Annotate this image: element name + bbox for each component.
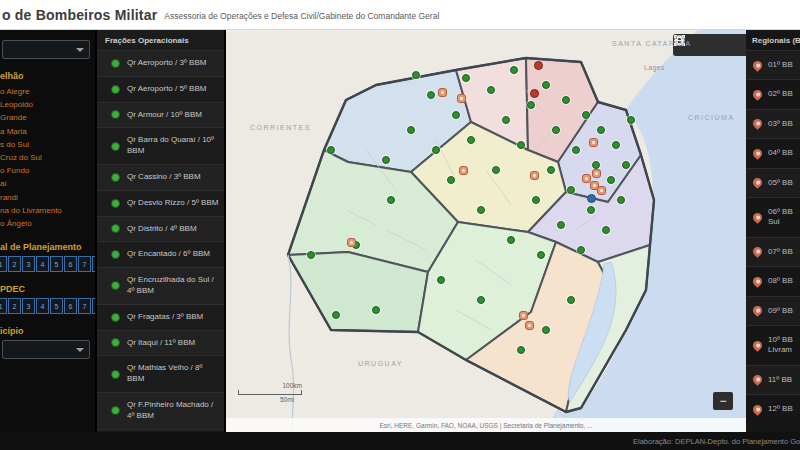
station-marker[interactable] bbox=[537, 251, 545, 259]
station-marker[interactable] bbox=[547, 166, 555, 174]
regional-list-item[interactable]: 09º BB bbox=[746, 296, 800, 325]
sidebar-item-battalion[interactable]: o Alegre bbox=[0, 85, 95, 98]
alert-pin-marker[interactable] bbox=[347, 238, 356, 247]
station-marker[interactable] bbox=[372, 306, 380, 314]
station-marker[interactable] bbox=[627, 116, 635, 124]
legend-icon[interactable] bbox=[702, 38, 716, 52]
station-marker[interactable] bbox=[387, 196, 395, 204]
regional-list-item[interactable]: 10º BB Livram bbox=[746, 325, 800, 365]
station-marker[interactable] bbox=[437, 276, 445, 284]
fracao-list-item[interactable]: Qr Itaqui / 11º BBM bbox=[97, 330, 224, 356]
regional-list-item[interactable]: 05º BB bbox=[746, 168, 800, 197]
station-marker[interactable] bbox=[432, 146, 440, 154]
fracao-list-item[interactable]: Qr Desvio Rizzo / 5º BBM bbox=[97, 190, 224, 216]
crpdec-button[interactable]: 8 bbox=[92, 298, 95, 314]
crpdec-button[interactable]: 4 bbox=[36, 298, 49, 314]
crpdec-button[interactable]: 7 bbox=[78, 298, 91, 314]
sidebar-item-battalion[interactable]: randi bbox=[0, 191, 95, 204]
station-marker[interactable] bbox=[582, 111, 590, 119]
sidebar-item-battalion[interactable]: a Maria bbox=[0, 125, 95, 138]
station-marker[interactable] bbox=[487, 86, 495, 94]
regional-list-item[interactable]: 01º BB bbox=[746, 50, 800, 79]
station-marker[interactable] bbox=[477, 296, 485, 304]
station-marker[interactable] bbox=[517, 141, 525, 149]
station-marker[interactable] bbox=[557, 221, 565, 229]
alert-pin-marker[interactable] bbox=[592, 169, 601, 178]
station-marker[interactable] bbox=[332, 311, 340, 319]
station-marker[interactable] bbox=[427, 91, 435, 99]
crpdec-button[interactable]: 1 bbox=[0, 298, 7, 314]
fracao-list-item[interactable]: Qr Cassino / 3º BBM bbox=[97, 164, 224, 190]
planning-region-button[interactable]: 4 bbox=[36, 256, 49, 272]
alert-pin-marker[interactable] bbox=[438, 88, 447, 97]
station-marker[interactable] bbox=[517, 346, 525, 354]
sidebar-item-battalion[interactable]: na do Livramento bbox=[0, 204, 95, 217]
crpdec-button[interactable]: 6 bbox=[64, 298, 77, 314]
planning-region-button[interactable]: 7 bbox=[78, 256, 91, 272]
station-marker[interactable] bbox=[532, 196, 540, 204]
fracao-list-item[interactable]: Qr Mathias Velho / 8º BBM bbox=[97, 355, 224, 392]
station-marker[interactable] bbox=[327, 146, 335, 154]
planning-region-button[interactable]: 2 bbox=[8, 256, 21, 272]
incident-marker[interactable] bbox=[534, 61, 543, 70]
station-marker[interactable] bbox=[382, 156, 390, 164]
station-marker[interactable] bbox=[587, 206, 595, 214]
fracao-list-item[interactable]: Qr Encantado / 6º BBM bbox=[97, 241, 224, 267]
planning-region-button[interactable]: 5 bbox=[50, 256, 63, 272]
zoom-out-button[interactable]: − bbox=[713, 392, 733, 410]
station-marker[interactable] bbox=[542, 326, 550, 334]
municipality-dropdown[interactable] bbox=[2, 340, 90, 359]
station-marker[interactable] bbox=[502, 116, 510, 124]
station-marker[interactable] bbox=[407, 126, 415, 134]
station-marker[interactable] bbox=[467, 136, 475, 144]
basemap-icon[interactable] bbox=[724, 38, 738, 52]
planning-region-button[interactable]: 6 bbox=[64, 256, 77, 272]
alert-pin-marker[interactable] bbox=[530, 171, 539, 180]
alert-pin-marker[interactable] bbox=[457, 94, 466, 103]
station-marker[interactable] bbox=[507, 236, 515, 244]
crpdec-button[interactable]: 3 bbox=[22, 298, 35, 314]
sidebar-item-battalion[interactable]: Grande bbox=[0, 111, 95, 124]
regional-list-item[interactable]: 02º BB bbox=[746, 79, 800, 108]
regional-list-item[interactable]: 07º BB bbox=[746, 237, 800, 266]
alert-pin-marker[interactable] bbox=[459, 166, 468, 175]
station-marker[interactable] bbox=[602, 226, 610, 234]
station-marker[interactable] bbox=[572, 146, 580, 154]
station-marker[interactable] bbox=[612, 141, 620, 149]
fracao-list-item[interactable]: Qr Aeroporto / 3º BBM bbox=[97, 50, 224, 76]
unit-marker[interactable] bbox=[587, 194, 596, 203]
station-marker[interactable] bbox=[562, 96, 570, 104]
sidebar-item-battalion[interactable]: Cruz do Sul bbox=[0, 151, 95, 164]
regional-list-item[interactable]: 12º BB bbox=[746, 394, 800, 423]
station-marker[interactable] bbox=[552, 126, 560, 134]
alert-pin-marker[interactable] bbox=[597, 186, 606, 195]
station-marker[interactable] bbox=[412, 71, 420, 79]
sidebar-item-battalion[interactable]: s do Sul bbox=[0, 138, 95, 151]
fracao-list-item[interactable]: Qr Aeroporto / 5º BBM bbox=[97, 76, 224, 102]
map-canvas[interactable]: − 100km 50mi Esri, HERE, Garmin, FAO, NO… bbox=[226, 30, 746, 432]
sidebar-item-battalion[interactable]: o Fundo bbox=[0, 164, 95, 177]
station-marker[interactable] bbox=[492, 166, 500, 174]
sidebar-item-battalion[interactable]: Leopoldo bbox=[0, 98, 95, 111]
station-marker[interactable] bbox=[447, 176, 455, 184]
regional-list-item[interactable]: 03º BB bbox=[746, 109, 800, 138]
fracao-list-item[interactable]: Qr F.Pinheiro Machado / 4º BBM bbox=[97, 392, 224, 429]
crpdec-button[interactable]: 2 bbox=[8, 298, 21, 314]
regional-list-item[interactable]: 04º BB bbox=[746, 138, 800, 167]
incident-marker[interactable] bbox=[530, 89, 539, 98]
station-marker[interactable] bbox=[542, 81, 550, 89]
fracao-list-item[interactable]: Qr Barra do Quaraí / 10º BBM bbox=[97, 127, 224, 164]
fracao-list-item[interactable]: Qr Encruzilhada do Sul / 4º BBM bbox=[97, 267, 224, 304]
station-marker[interactable] bbox=[567, 296, 575, 304]
station-marker[interactable] bbox=[597, 126, 605, 134]
station-marker[interactable] bbox=[607, 176, 615, 184]
alert-pin-marker[interactable] bbox=[519, 311, 528, 320]
station-marker[interactable] bbox=[622, 161, 630, 169]
station-marker[interactable] bbox=[452, 111, 460, 119]
sidebar-item-battalion[interactable]: aí bbox=[0, 177, 95, 190]
station-marker[interactable] bbox=[307, 251, 315, 259]
regional-list-item[interactable]: 11º BB bbox=[746, 365, 800, 394]
station-marker[interactable] bbox=[592, 161, 600, 169]
station-marker[interactable] bbox=[510, 66, 518, 74]
station-marker[interactable] bbox=[577, 246, 585, 254]
